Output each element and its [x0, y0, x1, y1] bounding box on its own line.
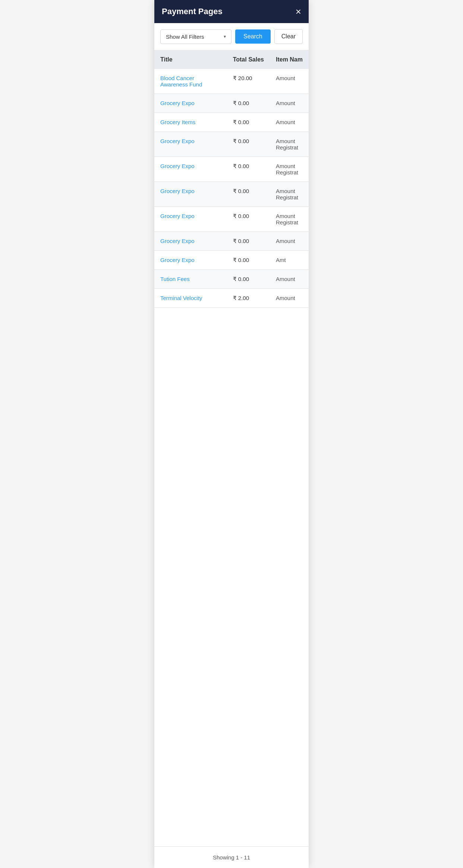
cell-item-name: Amount — [270, 232, 309, 251]
cell-total-sales: ₹ 0.00 — [227, 94, 270, 113]
cell-total-sales: ₹ 0.00 — [227, 113, 270, 132]
app-container: Payment Pages × Show All Filters ▾ Searc… — [154, 0, 309, 868]
table-row: Terminal Velocity₹ 2.00Amount — [154, 289, 309, 308]
table-row: Tution Fees₹ 0.00Amount — [154, 270, 309, 289]
close-button[interactable]: × — [296, 7, 301, 16]
title-link[interactable]: Terminal Velocity — [160, 295, 202, 301]
cell-title: Blood Cancer Awareness Fund — [154, 69, 227, 94]
table-row: Grocery Expo₹ 0.00AmountRegistrat — [154, 182, 309, 207]
title-link[interactable]: Grocery Expo — [160, 238, 195, 244]
cell-title: Grocery Expo — [154, 182, 227, 207]
show-all-filters-label: Show All Filters — [166, 34, 204, 40]
header: Payment Pages × — [154, 0, 309, 23]
cell-item-name: Amount — [270, 289, 309, 308]
title-link[interactable]: Grocery Items — [160, 119, 195, 125]
pagination-label: Showing 1 - 11 — [213, 854, 250, 861]
table-row: Grocery Expo₹ 0.00Amt — [154, 251, 309, 270]
cell-title: Grocery Expo — [154, 251, 227, 270]
clear-button[interactable]: Clear — [274, 29, 303, 44]
table-container: Title Total Sales Item Nam Blood Cancer … — [154, 50, 309, 846]
cell-total-sales: ₹ 0.00 — [227, 182, 270, 207]
cell-title: Grocery Expo — [154, 232, 227, 251]
table-row: Grocery Expo₹ 0.00AmountRegistrat — [154, 157, 309, 182]
cell-item-name: Amount — [270, 69, 309, 94]
cell-item-name: AmountRegistrat — [270, 207, 309, 232]
cell-item-name: AmountRegistrat — [270, 132, 309, 157]
cell-title: Terminal Velocity — [154, 289, 227, 308]
cell-item-name: Amount — [270, 113, 309, 132]
title-link[interactable]: Grocery Expo — [160, 257, 195, 263]
title-link[interactable]: Grocery Expo — [160, 188, 195, 194]
filter-bar: Show All Filters ▾ Search Clear — [154, 23, 309, 50]
cell-title: Grocery Expo — [154, 207, 227, 232]
table-row: Grocery Expo₹ 0.00Amount — [154, 232, 309, 251]
page-title: Payment Pages — [162, 7, 223, 16]
cell-title: Grocery Expo — [154, 157, 227, 182]
cell-item-name: Amount — [270, 270, 309, 289]
title-link[interactable]: Tution Fees — [160, 276, 190, 282]
pagination: Showing 1 - 11 — [154, 846, 309, 868]
cell-title: Tution Fees — [154, 270, 227, 289]
cell-total-sales: ₹ 0.00 — [227, 270, 270, 289]
col-header-title: Title — [154, 50, 227, 69]
table-row: Grocery Expo₹ 0.00AmountRegistrat — [154, 132, 309, 157]
chevron-down-icon: ▾ — [224, 34, 226, 39]
table-row: Grocery Expo₹ 0.00Amount — [154, 94, 309, 113]
table-row: Blood Cancer Awareness Fund₹ 20.00Amount — [154, 69, 309, 94]
cell-total-sales: ₹ 0.00 — [227, 132, 270, 157]
title-link[interactable]: Grocery Expo — [160, 100, 195, 106]
cell-total-sales: ₹ 0.00 — [227, 207, 270, 232]
cell-item-name: AmountRegistrat — [270, 182, 309, 207]
col-header-total-sales: Total Sales — [227, 50, 270, 69]
table-header-row: Title Total Sales Item Nam — [154, 50, 309, 69]
cell-total-sales: ₹ 2.00 — [227, 289, 270, 308]
title-link[interactable]: Grocery Expo — [160, 213, 195, 219]
table-body: Blood Cancer Awareness Fund₹ 20.00Amount… — [154, 69, 309, 308]
cell-title: Grocery Expo — [154, 132, 227, 157]
cell-total-sales: ₹ 0.00 — [227, 232, 270, 251]
title-link[interactable]: Grocery Expo — [160, 138, 195, 144]
cell-total-sales: ₹ 0.00 — [227, 157, 270, 182]
cell-item-name: Amount — [270, 94, 309, 113]
search-button[interactable]: Search — [235, 29, 271, 44]
payment-pages-table: Title Total Sales Item Nam Blood Cancer … — [154, 50, 309, 308]
col-header-item-name: Item Nam — [270, 50, 309, 69]
cell-title: Grocery Expo — [154, 94, 227, 113]
cell-item-name: AmountRegistrat — [270, 157, 309, 182]
show-all-filters-dropdown[interactable]: Show All Filters ▾ — [160, 29, 232, 44]
title-link[interactable]: Grocery Expo — [160, 163, 195, 169]
table-row: Grocery Items₹ 0.00Amount — [154, 113, 309, 132]
cell-title: Grocery Items — [154, 113, 227, 132]
cell-total-sales: ₹ 0.00 — [227, 251, 270, 270]
title-link[interactable]: Blood Cancer Awareness Fund — [160, 75, 202, 88]
cell-total-sales: ₹ 20.00 — [227, 69, 270, 94]
cell-item-name: Amt — [270, 251, 309, 270]
table-row: Grocery Expo₹ 0.00AmountRegistrat — [154, 207, 309, 232]
